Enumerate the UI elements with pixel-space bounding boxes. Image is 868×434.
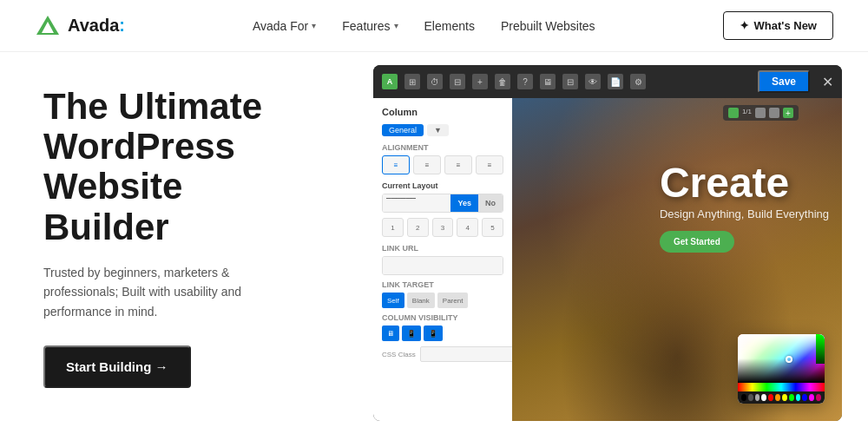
color-swatch[interactable] xyxy=(741,394,746,401)
mini-tool-3[interactable] xyxy=(769,108,779,118)
grid-icon[interactable]: ⊟ xyxy=(450,74,465,89)
visibility-buttons: 🖥 📱 📱 xyxy=(382,326,503,341)
canvas-create-text: Create xyxy=(660,162,829,204)
canvas-design-text: Design Anything, Build Everything xyxy=(660,207,829,220)
editor-body: Column General ▼ Alignment ≡ ≡ ≡ ≡ Curre… xyxy=(373,98,842,421)
layers-icon[interactable]: ⊞ xyxy=(404,74,420,89)
mini-tool-add[interactable]: + xyxy=(783,108,793,118)
link-parent-button[interactable]: Parent xyxy=(437,293,469,308)
help-icon[interactable]: ? xyxy=(517,74,533,89)
color-swatch[interactable] xyxy=(768,394,773,401)
align-left-button[interactable]: ≡ xyxy=(382,155,410,174)
link-self-button[interactable]: Self xyxy=(382,293,404,308)
panel-tab-general[interactable]: General xyxy=(382,124,424,136)
color-swatch[interactable] xyxy=(789,394,794,401)
editor-canvas: 1/1 + Create Design Anything, Build Ever… xyxy=(512,98,842,421)
layout-icon[interactable]: ⊟ xyxy=(562,74,578,89)
align-center-button[interactable]: ≡ xyxy=(413,155,441,174)
file-icon[interactable]: 📄 xyxy=(608,74,623,89)
desktop-icon[interactable]: 🖥 xyxy=(540,74,556,89)
panel-alignment-label: Alignment xyxy=(382,143,503,152)
color-swatch[interactable] xyxy=(761,394,766,401)
color-swatch[interactable] xyxy=(802,394,807,401)
panel-tabs: General ▼ xyxy=(382,124,503,136)
link-url-input-row xyxy=(382,256,503,275)
toggle-input[interactable]: ────── xyxy=(383,194,450,212)
color-gradient[interactable] xyxy=(738,334,825,383)
visibility-mobile-button[interactable]: 📱 xyxy=(424,326,443,341)
size-5-button[interactable]: 5 xyxy=(482,218,503,237)
alignment-buttons: ≡ ≡ ≡ ≡ xyxy=(382,155,503,174)
color-swatch[interactable] xyxy=(748,394,753,401)
editor-left-panel: Column General ▼ Alignment ≡ ≡ ≡ ≡ Curre… xyxy=(373,98,512,421)
link-url-field[interactable] xyxy=(383,257,503,274)
canvas-create-area: Create Design Anything, Build Everything… xyxy=(660,162,829,260)
column-visibility-label: Column Visibility xyxy=(382,313,503,322)
yes-no-toggle: ────── Yes No xyxy=(382,194,503,213)
editor-toolbar: A ⊞ ⏱ ⊟ + 🗑 ? 🖥 ⊟ 👁 📄 ⚙ Save ✕ xyxy=(373,65,842,98)
get-started-button[interactable]: Get Started xyxy=(660,231,734,253)
save-button[interactable]: Save xyxy=(758,70,810,93)
css-class-field[interactable] xyxy=(420,346,512,362)
color-swatch[interactable] xyxy=(796,394,801,401)
color-swatch[interactable] xyxy=(816,394,821,401)
main-nav: Avada For ▾ Features ▾ Elements Prebuilt… xyxy=(253,19,595,33)
nav-item-elements[interactable]: Elements xyxy=(424,19,475,33)
visibility-desktop-button[interactable]: 🖥 xyxy=(382,326,399,341)
avada-logo-icon xyxy=(35,13,61,39)
chevron-down-icon: ▾ xyxy=(394,21,398,30)
size-4-button[interactable]: 4 xyxy=(457,218,478,237)
nav-item-prebuilt[interactable]: Prebuilt Websites xyxy=(501,19,595,33)
nav-item-avada-for[interactable]: Avada For ▾ xyxy=(253,19,316,33)
whats-new-button[interactable]: ✦ What's New xyxy=(723,11,833,40)
visibility-tablet-button[interactable]: 📱 xyxy=(402,326,421,341)
size-2-button[interactable]: 2 xyxy=(407,218,429,237)
hero-title: The Ultimate WordPress Website Builder xyxy=(43,87,312,247)
link-target-label: Link Target xyxy=(382,280,503,289)
css-class-row: CSS Class xyxy=(382,346,503,362)
no-button[interactable]: No xyxy=(478,194,503,212)
header: Avada: Avada For ▾ Features ▾ Elements P… xyxy=(0,0,868,52)
color-picker-popup[interactable] xyxy=(738,334,825,404)
current-layout-label: Current Layout xyxy=(382,181,503,190)
nav-item-features[interactable]: Features ▾ xyxy=(342,19,398,33)
link-blank-button[interactable]: Blank xyxy=(407,293,435,308)
avada-toolbar-icon[interactable]: A xyxy=(382,74,398,89)
canvas-background: 1/1 + Create Design Anything, Build Ever… xyxy=(512,98,842,421)
add-icon[interactable]: + xyxy=(472,74,488,89)
color-swatch[interactable] xyxy=(755,394,760,401)
logo-text: Avada: xyxy=(68,16,125,36)
logo[interactable]: Avada: xyxy=(35,13,125,39)
history-icon[interactable]: ⏱ xyxy=(427,74,443,89)
settings-icon[interactable]: ⚙ xyxy=(630,74,646,89)
hero-subtitle: Trusted by beginners, marketers & profes… xyxy=(43,263,304,321)
close-icon[interactable]: ✕ xyxy=(822,74,833,90)
hero-section: The Ultimate WordPress Website Builder T… xyxy=(0,52,347,434)
color-swatch[interactable] xyxy=(809,394,814,401)
color-swatch[interactable] xyxy=(775,394,780,401)
preview-icon[interactable]: 👁 xyxy=(585,74,601,89)
link-url-label: Link URL xyxy=(382,244,503,253)
color-cursor[interactable] xyxy=(786,356,792,363)
start-building-button[interactable]: Start Building → xyxy=(43,345,191,388)
green-slider[interactable] xyxy=(816,334,825,364)
panel-title: Column xyxy=(382,107,503,117)
css-class-label: CSS Class xyxy=(382,351,417,358)
align-justify-button[interactable]: ≡ xyxy=(476,155,503,174)
size-1-button[interactable]: 1 xyxy=(382,218,404,237)
link-target-buttons: Self Blank Parent xyxy=(382,293,503,308)
plus-icon: ✦ xyxy=(740,19,749,32)
chevron-down-icon: ▾ xyxy=(312,21,316,30)
mini-tool-2[interactable] xyxy=(755,108,766,118)
size-3-button[interactable]: 3 xyxy=(432,218,454,237)
color-swatches xyxy=(738,391,825,404)
hue-bar[interactable] xyxy=(738,383,825,391)
size-buttons: 1 2 3 4 5 xyxy=(382,218,503,237)
align-right-button[interactable]: ≡ xyxy=(444,155,472,174)
color-swatch[interactable] xyxy=(782,394,787,401)
editor-window: A ⊞ ⏱ ⊟ + 🗑 ? 🖥 ⊟ 👁 📄 ⚙ Save ✕ C xyxy=(373,65,842,421)
mini-tool-1[interactable] xyxy=(728,108,739,118)
delete-icon[interactable]: 🗑 xyxy=(495,74,510,89)
yes-button[interactable]: Yes xyxy=(450,194,478,212)
panel-tab-more[interactable]: ▼ xyxy=(427,124,449,136)
